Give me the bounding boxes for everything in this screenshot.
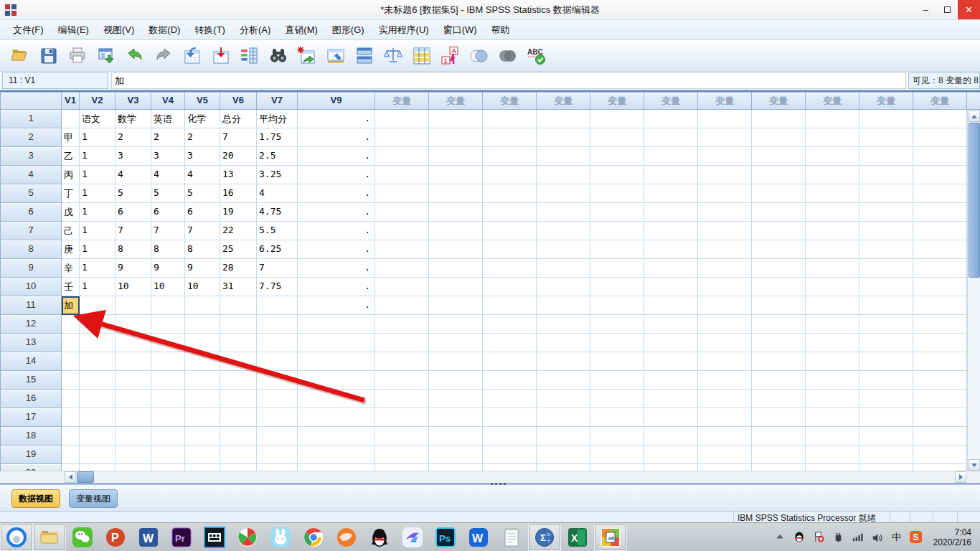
recall-dialogs-icon[interactable] xyxy=(93,43,119,69)
cell-V3-row18[interactable] xyxy=(116,427,151,446)
cell-empty[interactable] xyxy=(752,278,806,296)
cell-empty[interactable] xyxy=(859,203,913,222)
cell-empty[interactable] xyxy=(644,110,698,128)
cell-V6-row9[interactable]: 28 xyxy=(220,259,257,278)
column-header-V3[interactable]: V3 xyxy=(116,92,151,110)
cell-empty[interactable] xyxy=(913,315,967,334)
cell-empty[interactable] xyxy=(537,184,590,203)
cell-V4-row10[interactable]: 10 xyxy=(151,278,185,296)
cell-empty[interactable] xyxy=(913,184,967,203)
cell-V5-row3[interactable]: 3 xyxy=(185,147,220,166)
cell-V2-row12[interactable] xyxy=(80,315,116,334)
cell-V6-row2[interactable]: 7 xyxy=(220,128,257,147)
undo-icon[interactable] xyxy=(122,43,148,69)
cell-V7-row7[interactable]: 5.5 xyxy=(257,222,298,240)
cell-V1-row4[interactable]: 丙 xyxy=(62,166,80,184)
cell-empty[interactable] xyxy=(590,427,644,446)
cell-empty[interactable] xyxy=(859,240,913,259)
cell-empty[interactable] xyxy=(644,278,698,296)
cell-V4-row3[interactable]: 3 xyxy=(151,147,185,166)
file-explorer-icon[interactable] xyxy=(33,524,66,551)
chrome-icon[interactable] xyxy=(297,524,330,551)
cell-empty[interactable] xyxy=(429,110,483,128)
cell-empty[interactable] xyxy=(913,390,967,408)
cell-empty[interactable] xyxy=(375,128,429,147)
cell-V5-row4[interactable]: 4 xyxy=(185,166,220,184)
cell-V7-row11[interactable] xyxy=(257,296,298,315)
cell-empty[interactable] xyxy=(429,278,483,296)
cell-empty[interactable] xyxy=(913,278,967,296)
cell-empty[interactable] xyxy=(537,203,590,222)
cell-empty[interactable] xyxy=(590,184,644,203)
cell-V7-row1[interactable]: 平均分 xyxy=(257,110,298,128)
cell-empty[interactable] xyxy=(644,128,698,147)
cell-empty[interactable] xyxy=(698,352,752,371)
sogou-tray-icon[interactable]: S xyxy=(910,530,923,545)
cell-empty[interactable] xyxy=(913,296,967,315)
cell-empty[interactable] xyxy=(913,203,967,222)
column-header-placeholder[interactable]: 变量 xyxy=(483,92,537,110)
cell-empty[interactable] xyxy=(375,296,429,315)
cell-V4-row16[interactable] xyxy=(151,390,185,408)
cell-V5-row20[interactable] xyxy=(185,464,220,471)
cell-empty[interactable] xyxy=(698,259,752,278)
cell-empty[interactable] xyxy=(913,427,967,446)
row-header-20[interactable]: 20 xyxy=(0,464,62,471)
cell-empty[interactable] xyxy=(537,371,590,390)
tab-data-view[interactable]: 数据视图 xyxy=(11,489,60,508)
cell-V1-row18[interactable] xyxy=(62,427,80,446)
cell-V1-row10[interactable]: 壬 xyxy=(62,278,80,296)
cell-V4-row6[interactable]: 6 xyxy=(151,203,185,222)
cell-empty[interactable] xyxy=(644,446,698,464)
insert-variable-icon[interactable] xyxy=(323,43,349,69)
cell-empty[interactable] xyxy=(375,110,429,128)
cell-V4-row8[interactable]: 8 xyxy=(151,240,185,259)
cell-empty[interactable] xyxy=(806,352,859,371)
cell-empty[interactable] xyxy=(859,147,913,166)
cell-V1-row12[interactable] xyxy=(62,315,80,334)
rabbit-app-icon[interactable] xyxy=(264,524,297,551)
cell-V2-row17[interactable] xyxy=(80,408,116,427)
cell-V7-row2[interactable]: 1.75 xyxy=(257,128,298,147)
cell-V4-row18[interactable] xyxy=(151,427,185,446)
cell-empty[interactable] xyxy=(806,166,859,184)
cell-V9-row8[interactable]: . xyxy=(298,240,375,259)
cell-empty[interactable] xyxy=(752,427,806,446)
goto-variable-icon[interactable] xyxy=(208,43,234,69)
cell-empty[interactable] xyxy=(483,315,537,334)
cell-V9-row3[interactable]: . xyxy=(298,147,375,166)
pinwheel-player-icon[interactable] xyxy=(231,524,264,551)
cell-V4-row19[interactable] xyxy=(151,446,185,464)
cell-empty[interactable] xyxy=(644,315,698,334)
cell-V2-row3[interactable]: 1 xyxy=(80,147,116,166)
cell-empty[interactable] xyxy=(752,408,806,427)
cell-empty[interactable] xyxy=(429,240,483,259)
cell-empty[interactable] xyxy=(752,222,806,240)
cell-V7-row14[interactable] xyxy=(257,352,298,371)
vertical-scrollbar[interactable] xyxy=(967,110,980,471)
cell-empty[interactable] xyxy=(859,446,913,464)
cell-V7-row6[interactable]: 4.75 xyxy=(257,203,298,222)
cell-empty[interactable] xyxy=(375,222,429,240)
cell-empty[interactable] xyxy=(806,128,859,147)
cell-V6-row11[interactable] xyxy=(220,296,257,315)
cell-empty[interactable] xyxy=(590,259,644,278)
column-header-placeholder[interactable]: 变量 xyxy=(590,92,644,110)
cell-V9-row14[interactable] xyxy=(298,352,375,371)
cell-V5-row5[interactable]: 5 xyxy=(185,184,220,203)
column-header-V7[interactable]: V7 xyxy=(257,92,298,110)
cell-empty[interactable] xyxy=(859,222,913,240)
cell-empty[interactable] xyxy=(483,110,537,128)
cell-empty[interactable] xyxy=(859,128,913,147)
column-header-placeholder[interactable]: 变量 xyxy=(859,92,913,110)
cell-empty[interactable] xyxy=(913,222,967,240)
cell-empty[interactable] xyxy=(806,222,859,240)
insert-cases-icon[interactable] xyxy=(294,43,320,69)
cell-V2-row8[interactable]: 1 xyxy=(80,240,116,259)
cell-empty[interactable] xyxy=(806,464,859,471)
cell-V2-row1[interactable]: 语文 xyxy=(80,110,116,128)
cell-empty[interactable] xyxy=(483,464,537,471)
cell-V2-row14[interactable] xyxy=(80,352,116,371)
cell-empty[interactable] xyxy=(698,408,752,427)
cell-V6-row16[interactable] xyxy=(220,390,257,408)
